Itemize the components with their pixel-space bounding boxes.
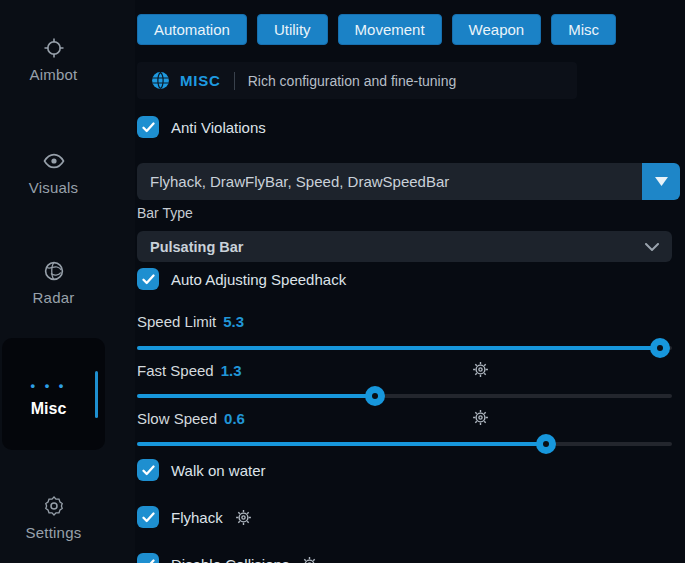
- bar-multiselect[interactable]: Flyhack, DrawFlyBar, Speed, DrawSpeedBar: [137, 163, 680, 200]
- slider-track[interactable]: [137, 394, 672, 398]
- triangle-down-icon: [655, 177, 668, 186]
- globe-icon: [151, 71, 170, 90]
- slow-speed-label-row: Slow Speed 0.6: [137, 409, 672, 427]
- anti-violations-row[interactable]: Anti Violations: [137, 115, 266, 139]
- checkbox-label: Anti Violations: [171, 119, 266, 136]
- bar-type-value: Pulsating Bar: [150, 239, 243, 255]
- category-tabs: Automation Utility Movement Weapon Misc: [137, 14, 616, 45]
- gear-icon: [42, 494, 66, 518]
- slider-track[interactable]: [137, 442, 672, 446]
- sidebar-item-label: Visuals: [29, 179, 78, 196]
- anti-violations-checkbox[interactable]: [137, 116, 159, 138]
- sidebar-item-aimbot[interactable]: Aimbot: [0, 36, 107, 84]
- auto-adjusting-row[interactable]: Auto Adjusting Speedhack: [137, 267, 346, 291]
- gear-icon[interactable]: [235, 509, 252, 526]
- dropdown-open-button[interactable]: [642, 163, 680, 200]
- checkbox-label: Walk on water: [171, 462, 265, 479]
- divider: [234, 72, 235, 90]
- eye-icon: [42, 149, 66, 173]
- main-panel: Automation Utility Movement Weapon Misc …: [137, 0, 680, 563]
- sidebar-item-misc-selected[interactable]: • • • Misc: [2, 338, 105, 450]
- slider-fill: [137, 346, 660, 350]
- checkbox-label: Flyhack: [171, 509, 223, 526]
- auto-adjusting-checkbox[interactable]: [137, 268, 159, 290]
- gear-icon[interactable]: [472, 409, 489, 426]
- slider-label: Speed Limit: [137, 313, 216, 330]
- disable-collisions-row[interactable]: Disable Collisions: [137, 552, 318, 563]
- section-banner: MISC Rich configuration and fine-tuning: [137, 62, 577, 99]
- slider-thumb[interactable]: [536, 434, 556, 454]
- walk-on-water-row[interactable]: Walk on water: [137, 458, 265, 482]
- checkbox-label: Disable Collisions: [171, 556, 289, 563]
- section-subtitle: Rich configuration and fine-tuning: [248, 73, 457, 89]
- bar-type-select[interactable]: Pulsating Bar: [137, 231, 672, 262]
- bar-type-label: Bar Type: [137, 205, 193, 221]
- fast-speed-slider[interactable]: [137, 386, 672, 406]
- slider-value: 1.3: [221, 362, 242, 379]
- tab-misc[interactable]: Misc: [551, 14, 616, 45]
- tab-weapon[interactable]: Weapon: [452, 14, 542, 45]
- fast-speed-label-row: Fast Speed 1.3: [137, 361, 672, 379]
- active-indicator: [95, 371, 98, 418]
- slider-thumb[interactable]: [650, 338, 670, 358]
- bar-multiselect-value[interactable]: Flyhack, DrawFlyBar, Speed, DrawSpeedBar: [137, 163, 642, 200]
- slider-label: Slow Speed: [137, 410, 217, 427]
- speed-limit-label-row: Speed Limit 5.3: [137, 312, 244, 330]
- crosshair-icon: [42, 36, 66, 60]
- tab-movement[interactable]: Movement: [338, 14, 442, 45]
- sidebar-item-visuals[interactable]: Visuals: [0, 149, 107, 197]
- sidebar-item-label: Aimbot: [30, 66, 78, 83]
- slider-fill: [137, 442, 546, 446]
- slider-track[interactable]: [137, 346, 672, 350]
- disable-collisions-checkbox[interactable]: [137, 553, 159, 563]
- sidebar-item-settings[interactable]: Settings: [0, 494, 107, 542]
- sidebar-item-label: Settings: [26, 524, 82, 541]
- tab-utility[interactable]: Utility: [257, 14, 328, 45]
- gear-icon[interactable]: [472, 361, 489, 378]
- slider-value: 0.6: [224, 410, 245, 427]
- speed-limit-slider[interactable]: [137, 338, 672, 358]
- gear-icon[interactable]: [301, 556, 318, 563]
- flyhack-checkbox[interactable]: [137, 506, 159, 528]
- slider-value: 5.3: [223, 313, 244, 330]
- sidebar-item-label: Misc: [2, 400, 95, 418]
- dots-icon: • • •: [2, 378, 95, 393]
- slider-label: Fast Speed: [137, 362, 214, 379]
- sidebar-item-label: Radar: [33, 289, 75, 306]
- globe-icon: [42, 259, 66, 283]
- chevron-down-icon: [645, 243, 659, 251]
- flyhack-row[interactable]: Flyhack: [137, 505, 252, 529]
- sidebar-item-radar[interactable]: Radar: [0, 259, 107, 307]
- tab-automation[interactable]: Automation: [137, 14, 247, 45]
- checkbox-label: Auto Adjusting Speedhack: [171, 271, 346, 288]
- sidebar: Aimbot Visuals Radar • • • Misc: [0, 0, 135, 563]
- section-title: MISC: [180, 72, 221, 89]
- slow-speed-slider[interactable]: [137, 434, 672, 454]
- slider-fill: [137, 394, 375, 398]
- slider-thumb[interactable]: [365, 386, 385, 406]
- walk-on-water-checkbox[interactable]: [137, 459, 159, 481]
